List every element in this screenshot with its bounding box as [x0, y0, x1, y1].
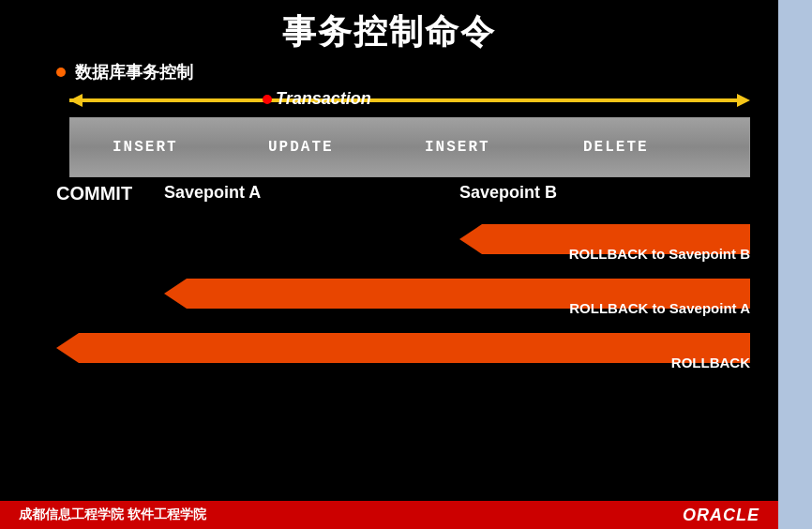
arrow-right-head — [737, 94, 750, 107]
rollback-b-row: ROLLBACK to Savepoint B — [56, 220, 750, 262]
diagram-area: INSERT UPDATE INSERT DELETE — [56, 117, 750, 177]
arrow-line — [69, 98, 737, 102]
sql-update: UPDATE — [268, 139, 334, 156]
oracle-logo: ORACLE — [683, 506, 759, 525]
rollback-a-arrowhead — [164, 279, 187, 309]
labels-row: COMMIT Savepoint A Savepoint B — [56, 183, 750, 211]
subtitle-row: 数据库事务控制 — [0, 61, 778, 83]
rollback-arrowbody — [79, 333, 750, 363]
right-panel — [778, 0, 812, 529]
rollback-a-label: ROLLBACK to Savepoint A — [569, 300, 750, 316]
page-title: 事务控制命令 — [0, 0, 778, 55]
sql-insert-1: INSERT — [113, 139, 178, 156]
rollback-arrow — [56, 333, 750, 363]
bottom-bar: 成都信息工程学院 软件工程学院 ORACLE — [0, 501, 778, 529]
rollback-b-arrowhead — [459, 224, 482, 254]
transaction-arrow — [69, 98, 750, 102]
main-content: 事务控制命令 数据库事务控制 Transaction INSERT UPDATE… — [0, 0, 778, 529]
rollback-b-label: ROLLBACK to Savepoint B — [569, 246, 750, 262]
transaction-label: Transaction — [276, 89, 371, 109]
bullet-icon — [56, 68, 66, 77]
rollback-a-row: ROLLBACK to Savepoint A — [56, 275, 750, 316]
transaction-row: Transaction — [56, 87, 750, 115]
label-savepoint-b: Savepoint B — [459, 183, 557, 203]
rollback-label: ROLLBACK — [671, 355, 750, 370]
label-commit: COMMIT — [56, 183, 132, 204]
rollback-row: ROLLBACK — [56, 329, 750, 370]
transaction-dot — [263, 95, 272, 104]
label-savepoint-a: Savepoint A — [164, 183, 261, 203]
subtitle-text: 数据库事务控制 — [75, 61, 193, 83]
sql-delete: DELETE — [583, 139, 649, 156]
sql-insert-2: INSERT — [425, 139, 490, 156]
rollback-arrowhead — [56, 333, 79, 363]
bottom-bar-text: 成都信息工程学院 软件工程学院 — [19, 506, 206, 523]
